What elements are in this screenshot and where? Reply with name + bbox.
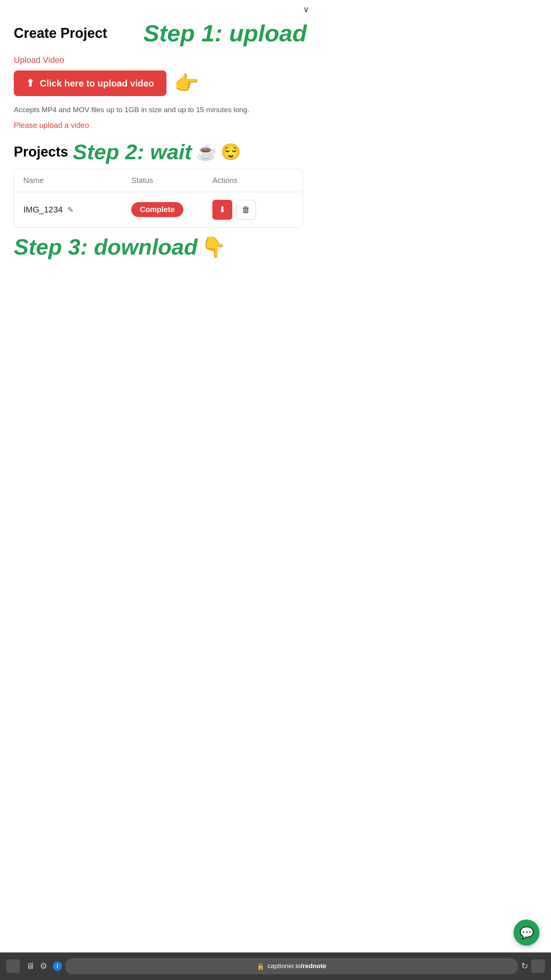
projects-table: Name Status Actions IMG_1234 ✎ Complete … — [14, 169, 303, 228]
col-status: Status — [131, 176, 212, 185]
col-name: Name — [23, 176, 131, 185]
upload-video-label: Upload Video — [14, 55, 303, 65]
trash-icon: 🗑 — [242, 205, 250, 215]
step1-label: Step 1: upload — [143, 21, 307, 45]
page-title: Create Project — [14, 25, 107, 41]
upload-button-label: Click here to upload video — [40, 78, 154, 89]
step2-emojis: ☕ 😌 — [196, 142, 241, 161]
download-button[interactable]: ⬇ — [212, 200, 232, 220]
projects-header: Projects Step 2: wait ☕ 😌 — [14, 141, 303, 163]
status-badge: Complete — [131, 202, 183, 217]
step2-label: Step 2: wait — [73, 141, 192, 163]
top-bar: ∨ — [0, 0, 317, 18]
projects-section: Projects Step 2: wait ☕ 😌 Name Status Ac… — [14, 141, 303, 228]
upload-video-button[interactable]: ⬆ Click here to upload video — [14, 70, 166, 96]
chevron-down-icon[interactable]: ∨ — [303, 5, 309, 15]
col-actions: Actions — [212, 176, 293, 185]
pointing-down-emoji: 👇 — [201, 235, 226, 259]
table-row: IMG_1234 ✎ Complete ⬇ 🗑 — [14, 192, 303, 227]
upload-error-text: Please upload a video — [14, 121, 303, 130]
status-cell: Complete — [131, 202, 212, 217]
page-header-row: Create Project Step 1: upload — [14, 25, 303, 49]
step3-label: Step 3: download — [14, 236, 197, 258]
delete-button[interactable]: 🗑 — [236, 200, 256, 220]
download-icon: ⬇ — [219, 205, 226, 215]
accepts-text: Accepts MP4 and MOV files up to 1GB in s… — [14, 105, 303, 116]
table-header: Name Status Actions — [14, 169, 303, 192]
upload-icon: ⬆ — [26, 77, 34, 89]
edit-icon[interactable]: ✎ — [67, 205, 74, 214]
step3-section: Step 3: download 👇 — [14, 235, 303, 259]
file-name-cell: IMG_1234 ✎ — [23, 205, 131, 215]
projects-title: Projects — [14, 144, 68, 160]
upload-section: ⬆ Click here to upload video 👉 — [14, 70, 303, 96]
actions-cell: ⬇ 🗑 — [212, 200, 293, 220]
pointing-right-emoji: 👉 — [174, 72, 199, 95]
file-name: IMG_1234 — [23, 205, 63, 215]
